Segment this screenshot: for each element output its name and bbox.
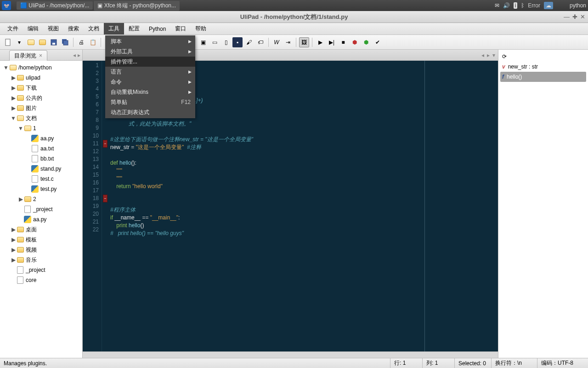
folder-icon xyxy=(17,94,24,102)
menu-item[interactable]: 简单贴F12 xyxy=(105,97,195,107)
stop-button[interactable]: ■ xyxy=(338,37,348,47)
debug-red-button[interactable]: ⬢ xyxy=(350,37,360,47)
tool-tag-button[interactable]: 🏷 xyxy=(255,37,266,47)
tool-indent-button[interactable]: ⇥ xyxy=(283,37,293,47)
run-to-button[interactable]: ▶| xyxy=(327,37,337,47)
fold-toggle[interactable]: − xyxy=(103,140,107,148)
tool-split-h-button[interactable]: ▭ xyxy=(209,37,220,47)
py-icon xyxy=(31,135,39,142)
close-icon[interactable]: × xyxy=(39,52,42,59)
menu-item[interactable]: 命令▶ xyxy=(105,77,195,87)
tree-item[interactable]: ▶图片 xyxy=(1,103,81,113)
tree-label: 2 xyxy=(33,196,36,202)
horizontal-scrollbar[interactable] xyxy=(83,351,498,358)
tree-item[interactable]: ▼/home/python xyxy=(1,63,81,73)
bluetooth-icon[interactable]: ᛒ xyxy=(521,2,524,9)
tree-item[interactable]: ▶模板 xyxy=(1,235,81,245)
tree-item[interactable]: ▶下载 xyxy=(1,83,81,93)
info-icon[interactable]: i xyxy=(514,2,518,9)
tree-item[interactable]: ▶ulipad xyxy=(1,73,81,83)
tree-item[interactable]: ▶2 xyxy=(1,194,81,204)
menu-窗口[interactable]: 窗口 xyxy=(170,23,191,34)
preview-button[interactable]: 📋 xyxy=(88,37,98,47)
menu-配置[interactable]: 配置 xyxy=(124,23,144,34)
open-file-button[interactable] xyxy=(26,37,36,47)
tool-brush-button[interactable]: 🖌 xyxy=(244,37,254,47)
close-button[interactable]: ✕ xyxy=(580,13,585,20)
menu-编辑[interactable]: 编辑 xyxy=(23,23,43,34)
taskbar-app-terminal[interactable]: ▣ Xfce 终端 - python@python... xyxy=(94,1,180,11)
tree-item[interactable]: aa.py xyxy=(1,133,81,144)
save-all-button[interactable] xyxy=(60,37,70,47)
new-dropdown-button[interactable]: ▾ xyxy=(14,37,24,47)
tree-item[interactable]: test.c xyxy=(1,174,81,184)
status-hint: Manages plugins. xyxy=(0,358,390,368)
tab-next-icon[interactable]: ▸ xyxy=(78,52,80,58)
taskbar-app-ulipad[interactable]: 🟦 UliPad - /home/python/... xyxy=(17,1,93,10)
menu-item[interactable]: 插件管理... xyxy=(105,57,195,67)
folder-icon xyxy=(17,104,24,112)
menu-视图[interactable]: 视图 xyxy=(43,23,63,34)
tool-wrap-button[interactable]: W xyxy=(271,37,282,47)
outline-item[interactable]: vnew_str : str xyxy=(500,62,586,72)
editor-tab-menu-icon[interactable]: ▾ xyxy=(492,52,495,58)
tree-label: stand.py xyxy=(40,166,61,172)
tree-item[interactable]: aa.txt xyxy=(1,144,81,154)
menu-搜索[interactable]: 搜索 xyxy=(63,23,84,34)
menu-文档[interactable]: 文档 xyxy=(84,23,104,34)
tree-item[interactable]: ▶音乐 xyxy=(1,255,81,265)
sidebar-tab-directory[interactable]: 目录浏览× xyxy=(9,50,47,61)
directory-tree[interactable]: ▼/home/python▶ulipad▶下载▶公共的▶图片▼文档▼1aa.py… xyxy=(0,61,82,358)
volume-icon[interactable]: 🔊 xyxy=(503,2,510,9)
tree-item[interactable]: ▶桌面 xyxy=(1,224,81,235)
menu-item[interactable]: 语言▶ xyxy=(105,67,195,77)
new-file-button[interactable] xyxy=(3,37,13,47)
tree-item[interactable]: ▶公共的 xyxy=(1,93,81,103)
window-title: UliPad - /home/python/文档/1/stand.py xyxy=(240,13,348,21)
menu-item[interactable]: 脚本▶ xyxy=(105,36,195,46)
open-folder-button[interactable] xyxy=(37,37,47,47)
fold-toggle[interactable]: − xyxy=(103,195,107,202)
tree-item[interactable]: aa.py xyxy=(1,214,81,224)
save-button[interactable] xyxy=(49,37,59,47)
print-button[interactable]: 🖨 xyxy=(76,37,86,47)
outline-refresh[interactable]: ⟳ xyxy=(500,52,586,62)
tool-console-button[interactable]: ▪ xyxy=(232,37,243,47)
menu-item[interactable]: 外部工具▶ xyxy=(105,46,195,57)
tree-item[interactable]: _project xyxy=(1,204,81,214)
tree-item[interactable]: _project xyxy=(1,265,81,275)
tree-item[interactable]: test.py xyxy=(1,184,81,194)
error-indicator[interactable]: Error xyxy=(528,2,540,9)
outline-item[interactable]: fhello() xyxy=(500,72,586,82)
menu-item[interactable]: 动态正则表达式 xyxy=(105,107,195,117)
tree-label: 1 xyxy=(33,125,36,132)
tree-item[interactable]: ▶视频 xyxy=(1,245,81,255)
tool-window-button[interactable]: ▣ xyxy=(198,37,208,47)
weather-icon[interactable]: ☁ xyxy=(544,2,553,9)
debug-green-button[interactable]: ⬢ xyxy=(361,37,371,47)
tree-item[interactable]: ▼1 xyxy=(1,123,81,133)
tab-prev-icon[interactable]: ◂ xyxy=(73,52,76,58)
tree-item[interactable]: stand.py xyxy=(1,164,81,174)
editor-tab-next-icon[interactable]: ▸ xyxy=(487,52,490,58)
menu-Python[interactable]: Python xyxy=(144,24,170,34)
user-label[interactable]: python xyxy=(570,2,586,9)
menu-item[interactable]: 自动重载Mixins▶ xyxy=(105,87,195,97)
tool-split-v-button[interactable]: ▯ xyxy=(221,37,231,47)
tool-image-button[interactable]: 🖼 xyxy=(299,37,309,47)
status-encoding: 编码：UTF-8 xyxy=(537,358,588,368)
tree-item[interactable]: bb.txt xyxy=(1,154,81,164)
xfce-menu-icon[interactable]: 🐭 xyxy=(2,1,11,10)
editor-tab-prev-icon[interactable]: ◂ xyxy=(481,52,484,58)
mail-icon[interactable]: ✉ xyxy=(495,2,499,9)
maximize-button[interactable]: ✚ xyxy=(572,13,577,20)
menu-工具[interactable]: 工具 xyxy=(104,23,124,34)
run-button[interactable]: ▶ xyxy=(315,37,325,47)
menu-文件[interactable]: 文件 xyxy=(3,23,23,34)
check-button[interactable]: ✔ xyxy=(373,37,383,47)
minimize-button[interactable]: — xyxy=(564,13,570,20)
menu-帮助[interactable]: 帮助 xyxy=(191,23,211,34)
tree-item[interactable]: core xyxy=(1,275,81,285)
tree-item[interactable]: ▼文档 xyxy=(1,113,81,123)
tree-label: 文档 xyxy=(26,115,37,122)
